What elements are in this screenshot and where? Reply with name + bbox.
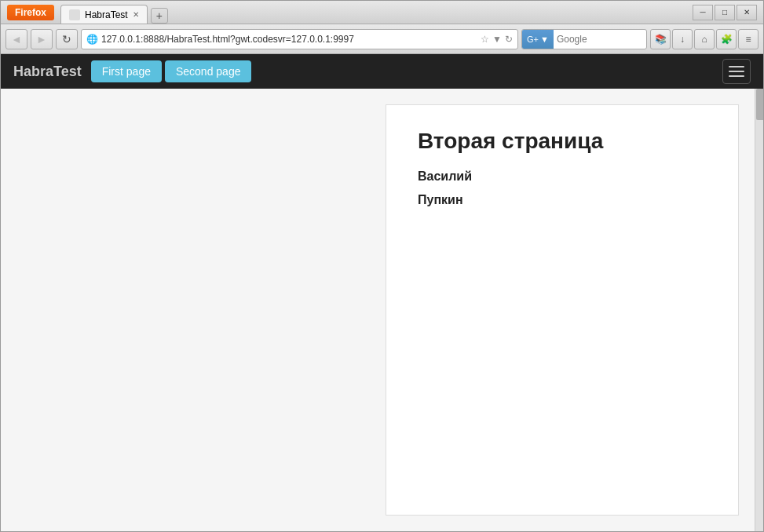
window-controls: ─ □ ✕ (693, 5, 757, 20)
scrollbar[interactable] (755, 89, 763, 531)
first-name-label: Василий (418, 169, 707, 184)
search-engine-label: G+ (527, 35, 539, 44)
minimize-button[interactable]: ─ (693, 5, 713, 20)
app-navbar: HabraTest First page Second page (1, 54, 763, 89)
back-button[interactable]: ◄ (5, 29, 27, 49)
address-bar-container: 🌐 ☆ ▼ ↻ (81, 29, 518, 49)
tab-bar: HabraTest ✕ + (60, 1, 693, 24)
ssl-icon: 🌐 (86, 34, 98, 45)
nav-extras: 📚 ↓ ⌂ 🧩 ≡ (650, 29, 759, 49)
browser-tab[interactable]: HabraTest ✕ (60, 5, 148, 24)
tab-title: HabraTest (85, 9, 128, 20)
address-refresh-icon[interactable]: ↻ (505, 34, 513, 45)
last-name-label: Пупкин (418, 193, 707, 207)
app-area: HabraTest First page Second page Вторая … (1, 54, 763, 531)
forward-button[interactable]: ► (31, 29, 53, 49)
refresh-button[interactable]: ↻ (56, 29, 78, 49)
address-bar[interactable] (101, 34, 477, 45)
browser-window: Firefox HabraTest ✕ + ─ □ ✕ ◄ ► ↻ 🌐 ☆ ▼ … (0, 0, 764, 532)
main-content: Вторая страница Василий Пупкин (1, 89, 763, 531)
menu-button[interactable]: ≡ (738, 29, 759, 49)
restore-button[interactable]: □ (715, 5, 735, 20)
bookmark-icon[interactable]: ☆ (481, 34, 489, 45)
new-tab-button[interactable]: + (151, 8, 168, 24)
page-title: Вторая страница (418, 129, 707, 154)
close-button[interactable]: ✕ (737, 5, 757, 20)
tab-favicon (69, 9, 80, 20)
hamburger-line-2 (729, 71, 744, 72)
extensions-button[interactable]: 🧩 (716, 29, 737, 49)
nav-first-page[interactable]: First page (91, 60, 162, 82)
downloads-button[interactable]: ↓ (672, 29, 693, 49)
bookmark-dropdown-icon[interactable]: ▼ (492, 34, 502, 45)
search-engine-dropdown-icon: ▼ (540, 35, 549, 44)
hamburger-line-3 (729, 75, 744, 77)
content-panel: Вторая страница Василий Пупкин (386, 104, 739, 516)
scroll-thumb[interactable] (756, 89, 763, 120)
search-input[interactable] (554, 34, 647, 45)
bookmarks-button[interactable]: 📚 (650, 29, 671, 49)
search-engine-indicator[interactable]: G+ ▼ (522, 30, 554, 49)
nav-bar: ◄ ► ↻ 🌐 ☆ ▼ ↻ G+ ▼ 🔍 📚 ↓ ⌂ 🧩 ≡ (1, 24, 763, 54)
nav-second-page[interactable]: Second page (165, 60, 252, 82)
title-bar: Firefox HabraTest ✕ + ─ □ ✕ (1, 1, 763, 24)
tab-close-icon[interactable]: ✕ (133, 10, 139, 19)
app-brand: HabraTest (13, 64, 82, 80)
search-container: G+ ▼ 🔍 (521, 29, 647, 49)
hamburger-button[interactable] (722, 59, 751, 84)
hamburger-line-1 (729, 66, 744, 67)
home-button[interactable]: ⌂ (694, 29, 715, 49)
firefox-menu-button[interactable]: Firefox (7, 5, 54, 20)
